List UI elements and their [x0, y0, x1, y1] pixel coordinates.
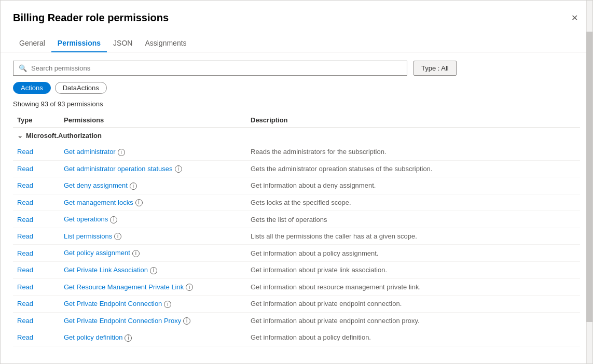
filter-dataactions-button[interactable]: DataActions [55, 82, 107, 94]
cell-type: Read [13, 228, 60, 245]
table-row: ReadGet Private Endpoint ConnectioniGet … [13, 296, 580, 313]
cell-description: Get information about private endpoint c… [246, 296, 580, 313]
cell-permission: Get Private Endpoint Connectioni [60, 296, 246, 313]
dialog: Billing Reader role permissions ✕ Genera… [0, 0, 593, 364]
scrollbar-thumb[interactable] [586, 32, 592, 322]
cell-description: Get information about private endpoint c… [246, 312, 580, 329]
cell-type: Read [13, 329, 60, 346]
chevron-icon: ⌄ [17, 132, 23, 139]
info-icon[interactable]: i [186, 284, 193, 291]
cell-type: Read [13, 177, 60, 194]
table-row: ReadGet policy definitioniGet informatio… [13, 329, 580, 346]
cell-description: Get information about a deny assignment. [246, 177, 580, 194]
cell-permission: Get operationsi [60, 211, 246, 228]
permissions-table: Type Permissions Description ⌄Microsoft.… [13, 113, 580, 346]
scrollbar-track[interactable] [586, 1, 592, 363]
tab-json[interactable]: JSON [107, 35, 139, 52]
cell-type: Read [13, 296, 60, 313]
tab-assignments[interactable]: Assignments [139, 35, 192, 52]
cell-type: Read [13, 312, 60, 329]
cell-description: Lists all the permissions the caller has… [246, 228, 580, 245]
search-icon: 🔍 [19, 64, 27, 72]
content-area: 🔍 Type : All Actions DataActions Showing… [1, 52, 592, 363]
table-row: ReadGet Private Endpoint Connection Prox… [13, 312, 580, 329]
tab-permissions[interactable]: Permissions [51, 35, 107, 52]
col-header-permissions: Permissions [60, 113, 246, 128]
filter-row: Actions DataActions [13, 82, 580, 94]
info-icon[interactable]: i [135, 199, 143, 206]
cell-description: Gets the administrator opreation statuse… [246, 160, 580, 177]
info-icon[interactable]: i [164, 301, 171, 308]
cell-description: Get information about private link assoc… [246, 261, 580, 278]
cell-type: Read [13, 194, 60, 211]
table-row: ReadGet Private Link AssociationiGet inf… [13, 261, 580, 278]
cell-description: Gets the list of operations [246, 211, 580, 228]
info-icon[interactable]: i [175, 165, 182, 173]
table-row: ReadGet management locksiGets locks at t… [13, 194, 580, 211]
cell-permission: Get Private Link Associationi [60, 261, 246, 278]
cell-type: Read [13, 144, 60, 160]
type-filter-button[interactable]: Type : All [413, 61, 457, 76]
info-icon[interactable]: i [118, 149, 125, 156]
cell-permission: Get administratori [60, 144, 246, 160]
cell-permission: Get deny assignmenti [60, 177, 246, 194]
cell-permission: List permissionsi [60, 228, 246, 245]
permissions-table-container[interactable]: Type Permissions Description ⌄Microsoft.… [13, 113, 580, 355]
cell-permission: Get Private Endpoint Connection Proxyi [60, 312, 246, 329]
tab-general[interactable]: General [13, 35, 51, 52]
table-row: ReadGet operationsiGets the list of oper… [13, 211, 580, 228]
cell-type: Read [13, 160, 60, 177]
table-row: ReadGet administrator operation statuses… [13, 160, 580, 177]
cell-type: Read [13, 245, 60, 262]
cell-description: Get information about a policy definitio… [246, 329, 580, 346]
cell-permission: Get policy definitioni [60, 329, 246, 346]
info-icon[interactable]: i [125, 334, 132, 342]
cell-permission: Get Resource Management Private Linki [60, 278, 246, 296]
info-icon[interactable]: i [114, 233, 121, 240]
close-button[interactable]: ✕ [569, 12, 580, 24]
group-row: ⌄Microsoft.Authorization [13, 128, 580, 144]
table-row: ReadList permissionsiLists all the permi… [13, 228, 580, 245]
table-row: ReadGet Resource Management Private Link… [13, 278, 580, 296]
cell-permission: Get management locksi [60, 194, 246, 211]
cell-type: Read [13, 211, 60, 228]
info-icon[interactable]: i [110, 216, 117, 223]
cell-description: Get information about a policy assignmen… [246, 245, 580, 262]
table-row: ReadGet policy assignmentiGet informatio… [13, 245, 580, 262]
search-input[interactable] [31, 64, 402, 72]
tab-bar: General Permissions JSON Assignments [1, 26, 592, 52]
info-icon[interactable]: i [183, 317, 190, 325]
info-icon[interactable]: i [132, 250, 140, 257]
info-icon[interactable]: i [130, 183, 137, 190]
dialog-title: Billing Reader role permissions [13, 11, 169, 24]
cell-type: Read [13, 261, 60, 278]
cell-permission: Get policy assignmenti [60, 245, 246, 262]
table-row: ReadGet deny assignmentiGet information … [13, 177, 580, 194]
showing-count: Showing 93 of 93 permissions [13, 100, 580, 108]
table-row: ReadGet administratoriReads the administ… [13, 144, 580, 160]
col-header-type: Type [13, 113, 60, 128]
search-row: 🔍 Type : All [13, 61, 580, 76]
cell-description: Get information about resource managemen… [246, 278, 580, 296]
dialog-header: Billing Reader role permissions ✕ [1, 1, 592, 24]
search-container: 🔍 [13, 61, 407, 76]
cell-type: Read [13, 278, 60, 296]
group-name: Microsoft.Authorization [26, 132, 102, 139]
col-header-description: Description [246, 113, 580, 128]
cell-description: Reads the administrators for the subscri… [246, 144, 580, 160]
cell-description: Gets locks at the specified scope. [246, 194, 580, 211]
cell-permission: Get administrator operation statusesi [60, 160, 246, 177]
info-icon[interactable]: i [150, 267, 157, 274]
filter-actions-button[interactable]: Actions [13, 82, 51, 94]
